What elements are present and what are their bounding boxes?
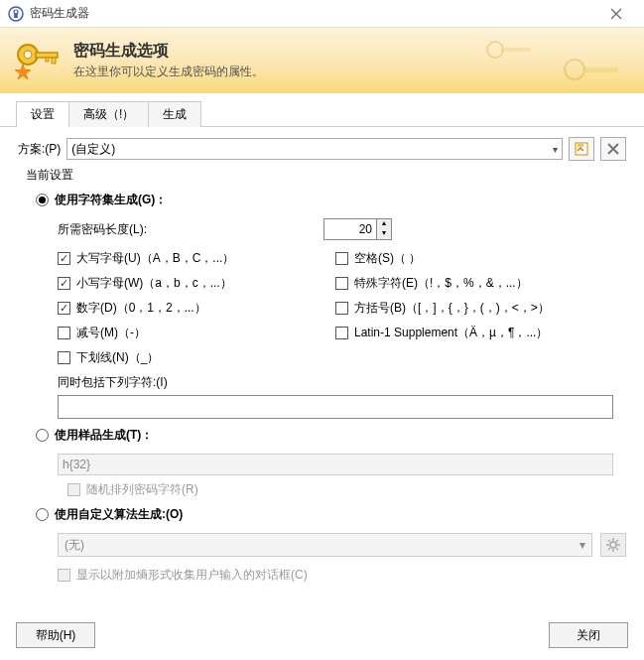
check-lower[interactable]: 小写字母(W)（a，b，c，...） <box>58 275 325 292</box>
svg-rect-2 <box>14 13 18 18</box>
radio-pattern-label: 使用样品生成(T)： <box>55 427 153 444</box>
current-settings-label: 当前设置 <box>26 167 626 184</box>
checkbox-icon <box>58 351 70 364</box>
banner: 密码生成选项 在这里你可以定义生成密码的属性。 <box>0 28 644 93</box>
chevron-down-icon: ▾ <box>553 144 558 155</box>
tab-generate[interactable]: 生成 <box>148 101 201 127</box>
checkbox-icon <box>58 302 70 315</box>
radio-algo-label: 使用自定义算法生成:(O) <box>55 506 183 523</box>
also-include-label: 同时包括下列字符:(I) <box>58 374 626 391</box>
svg-rect-6 <box>52 58 56 64</box>
svg-rect-9 <box>501 48 531 52</box>
radio-charset-label: 使用字符集生成(G)： <box>55 192 167 208</box>
radio-icon <box>36 508 49 521</box>
check-upper[interactable]: 大写字母(U)（A，B，C，...） <box>58 250 325 267</box>
banner-deco-icon <box>465 38 624 87</box>
save-profile-button[interactable] <box>569 137 594 161</box>
app-icon <box>8 6 24 22</box>
scheme-label: 方案:(P) <box>18 141 61 158</box>
checkbox-icon <box>58 569 70 582</box>
svg-rect-11 <box>582 67 618 72</box>
checkbox-icon <box>58 327 70 339</box>
svg-line-22 <box>608 548 610 550</box>
checkbox-icon <box>67 483 80 496</box>
svg-rect-7 <box>46 58 49 62</box>
checkbox-icon <box>58 252 70 265</box>
key-icon <box>12 35 64 86</box>
check-random-permute: 随机排列密码字符(R) <box>67 481 626 498</box>
radio-algo[interactable]: 使用自定义算法生成:(O) <box>36 506 626 523</box>
check-space[interactable]: 空格(S)（ ） <box>335 250 626 267</box>
tab-advanced[interactable]: 高级（!） <box>68 101 149 127</box>
pattern-input: h{32} <box>58 454 613 475</box>
scheme-select[interactable]: (自定义) ▾ <box>66 138 563 160</box>
check-digit[interactable]: 数字(D)（0，1，2，...） <box>58 300 325 317</box>
svg-line-19 <box>608 540 610 542</box>
check-latin[interactable]: Latin-1 Supplement（Ä，µ，¶，...） <box>335 325 626 341</box>
svg-line-21 <box>616 540 618 542</box>
close-button[interactable]: 关闭 <box>549 622 628 648</box>
check-bracket[interactable]: 方括号(B)（[，]，{，}，(，)，<，>） <box>335 300 626 317</box>
algo-settings-button <box>600 533 626 557</box>
length-spinner[interactable]: ▴ ▾ <box>323 218 392 240</box>
also-include-input[interactable] <box>58 395 613 419</box>
checkbox-icon <box>335 327 348 339</box>
check-special[interactable]: 特殊字符(E)（!，$，%，&，...） <box>335 275 626 292</box>
checkbox-icon <box>58 277 70 290</box>
delete-profile-button[interactable] <box>600 137 626 161</box>
svg-rect-13 <box>578 144 583 147</box>
tab-bar: 设置 高级（!） 生成 <box>16 101 644 127</box>
checkbox-icon <box>335 302 348 315</box>
svg-point-8 <box>487 42 503 58</box>
radio-icon <box>36 194 49 206</box>
check-underscore[interactable]: 下划线(N)（_） <box>58 349 325 366</box>
svg-point-14 <box>610 542 616 548</box>
svg-point-4 <box>24 51 32 59</box>
svg-point-10 <box>565 60 584 79</box>
algo-select: (无) ▾ <box>58 533 592 557</box>
close-window-button[interactable] <box>596 0 636 28</box>
length-input[interactable] <box>324 219 376 239</box>
window-title: 密码生成器 <box>30 5 596 22</box>
chevron-down-icon: ▾ <box>580 538 585 552</box>
radio-pattern[interactable]: 使用样品生成(T)： <box>36 427 626 444</box>
banner-heading: 密码生成选项 <box>73 41 264 62</box>
tab-settings[interactable]: 设置 <box>16 101 69 127</box>
spinner-down[interactable]: ▾ <box>377 229 391 239</box>
radio-icon <box>36 429 49 442</box>
radio-charset[interactable]: 使用字符集生成(G)： <box>36 192 626 208</box>
check-minus[interactable]: 减号(M)（-） <box>58 325 325 341</box>
checkbox-icon <box>335 277 348 290</box>
length-label: 所需密码长度(L): <box>58 221 323 238</box>
scheme-value: (自定义) <box>71 141 115 158</box>
check-entropy-dialog[interactable]: 显示以附加熵形式收集用户输入的对话框(C) <box>58 567 626 584</box>
checkbox-icon <box>335 252 348 265</box>
svg-line-20 <box>616 548 618 550</box>
svg-rect-5 <box>36 53 58 58</box>
banner-sub: 在这里你可以定义生成密码的属性。 <box>73 64 264 80</box>
help-button[interactable]: 帮助(H) <box>16 622 95 648</box>
